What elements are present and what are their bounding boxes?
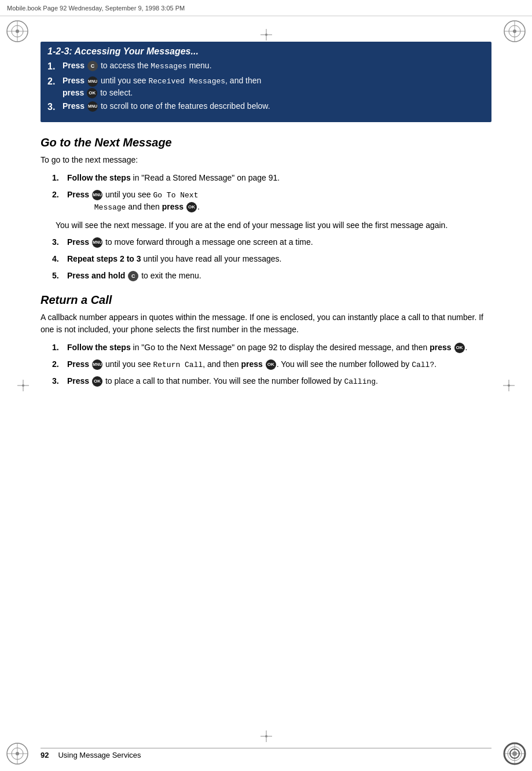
- s1-step-text-1: Follow the steps in "Read a Stored Messa…: [67, 172, 491, 184]
- crosshair-top: [261, 29, 272, 41]
- highlight-box-title: 1-2-3: Accessing Your Messages...: [47, 46, 485, 57]
- section2-step-2: 2. Press MNU until you see Return Call, …: [52, 358, 491, 371]
- header-bar: Mobile.book Page 92 Wednesday, September…: [0, 0, 532, 16]
- ok-btn-s2s3: OK: [92, 376, 102, 387]
- s1-s4-bold: Repeat steps 2 to 3: [67, 254, 141, 263]
- ok-btn-s2s2: OK: [266, 359, 276, 370]
- step2-press: Press: [63, 76, 87, 85]
- s2-step-text-3: Press OK to place a call to that number.…: [67, 375, 491, 388]
- section1-step-4: 4. Repeat steps 2 to 3 until you have re…: [52, 253, 491, 265]
- menu-btn-s1s3: MNU: [92, 237, 102, 248]
- ok-btn-s1s2: OK: [186, 202, 197, 212]
- s1-s5-bold: Press and hold: [67, 271, 127, 280]
- s1-step-text-2: Press MNU until you see Go To Next Messa…: [67, 189, 491, 214]
- s1-s2-press2: press: [162, 202, 186, 211]
- svg-point-24: [265, 34, 267, 36]
- crosshair-right: [503, 380, 515, 391]
- section1-steps-cont: 3. Press MNU to move forward through a m…: [52, 236, 491, 282]
- corner-decoration-br: [502, 741, 527, 766]
- s2-s1-rest: in "Go to the Next Message" on page 92 t…: [131, 343, 468, 352]
- step2-press2: press: [63, 88, 86, 97]
- s1-step-num-1: 1.: [52, 172, 63, 184]
- step3-rest: to scroll to one of the features describ…: [98, 101, 270, 111]
- menu-button-icon-3: MNU: [87, 101, 98, 112]
- svg-point-30: [508, 384, 510, 387]
- section1-intro: To go to the next message:: [41, 154, 491, 166]
- menu-button-icon-2: MNU: [87, 76, 98, 87]
- s2-step-num-3: 3.: [52, 375, 63, 388]
- section2-steps: 1. Follow the steps in "Go to the Next M…: [52, 342, 491, 388]
- c-button-icon-1: C: [87, 61, 98, 71]
- received-mono: Received Messages: [148, 77, 225, 86]
- messages-mono: Messages: [151, 62, 186, 71]
- s1-step-num-2: 2.: [52, 189, 63, 214]
- s1-step-text-4: Repeat steps 2 to 3 until you have read …: [67, 253, 491, 265]
- step-num-2: 2.: [47, 75, 58, 98]
- step-text-2: Press MNU until you see Received Message…: [63, 75, 485, 98]
- s1-s3-bold: Press: [67, 237, 91, 247]
- section1-step-5: 5. Press and hold C to exit the menu.: [52, 270, 491, 282]
- crosshair-left: [17, 380, 29, 391]
- section1-heading: Go to the Next Message: [41, 136, 491, 149]
- corner-decoration-tr: [502, 19, 527, 44]
- section1-step-1: 1. Follow the steps in "Read a Stored Me…: [52, 172, 491, 184]
- s1-step-num-3: 3.: [52, 236, 63, 248]
- corner-decoration-tl: [5, 19, 30, 44]
- s2-step-num-2: 2.: [52, 358, 63, 371]
- step-text-3: Press MNU to scroll to one of the featur…: [63, 101, 485, 113]
- c-btn-s1s5: C: [128, 271, 138, 281]
- section1-steps: 1. Follow the steps in "Read a Stored Me…: [52, 172, 491, 214]
- section1-step-2: 2. Press MNU until you see Go To Next Me…: [52, 189, 491, 214]
- call-q-mono: Call?: [412, 361, 434, 369]
- section2-heading: Return a Call: [41, 293, 491, 307]
- s1-step-text-5: Press and hold C to exit the menu.: [67, 270, 491, 282]
- s2-s2-bold: Press: [67, 359, 91, 369]
- section2-step-3: 3. Press OK to place a call to that numb…: [52, 375, 491, 388]
- highlight-step-3: 3. Press MNU to scroll to one of the fea…: [47, 101, 485, 113]
- section1-step-3: 3. Press MNU to move forward through a m…: [52, 236, 491, 248]
- s1-step-num-5: 5.: [52, 270, 63, 282]
- ok-btn-s2s1: OK: [454, 343, 465, 353]
- s1-s1-bold: Follow the steps: [67, 173, 131, 182]
- corner-decoration-bl: [5, 741, 30, 766]
- svg-point-27: [22, 384, 24, 387]
- main-content: 1-2-3: Accessing Your Messages... 1. Pre…: [41, 42, 491, 736]
- footer-text: Using Message Services: [58, 751, 141, 759]
- s2-s1-press: press: [430, 343, 453, 352]
- s1-s1-rest: in "Read a Stored Message" on page 91.: [131, 173, 280, 182]
- s2-s1-bold: Follow the steps: [67, 343, 131, 352]
- step-num-1: 1.: [47, 60, 58, 73]
- menu-btn-s1s2: MNU: [92, 190, 102, 200]
- s2-s3-bold: Press: [67, 376, 91, 386]
- s1-step-text-3: Press MNU to move forward through a mess…: [67, 236, 491, 248]
- s2-s3-rest: to place a call to that number. You will…: [103, 376, 378, 386]
- section2-step-1: 1. Follow the steps in "Go to the Next M…: [52, 342, 491, 354]
- s1-s3-rest: to move forward through a message one sc…: [103, 237, 313, 247]
- footer: 92 Using Message Services: [41, 748, 491, 759]
- s1-s2-bold: Press: [67, 190, 91, 199]
- highlight-box: 1-2-3: Accessing Your Messages... 1. Pre…: [41, 42, 491, 122]
- page-number: 92: [41, 751, 49, 759]
- step-num-3: 3.: [47, 101, 58, 113]
- s1-step-num-4: 4.: [52, 253, 63, 265]
- step1-press: Press: [63, 61, 87, 70]
- return-call-mono: Return Call: [153, 361, 203, 369]
- s2-step-text-2: Press MNU until you see Return Call, and…: [67, 358, 491, 371]
- section2-intro: A callback number appears in quotes with…: [41, 311, 491, 336]
- highlight-steps: 1. Press C to access the Messages menu. …: [47, 60, 485, 114]
- s2-s2-rest: until you see Return Call, and then pres…: [103, 359, 436, 369]
- s1-s4-rest: until you have read all your messages.: [141, 254, 282, 263]
- highlight-step-2: 2. Press MNU until you see Received Mess…: [47, 75, 485, 98]
- s2-step-num-1: 1.: [52, 342, 63, 354]
- header-text: Mobile.book Page 92 Wednesday, September…: [7, 5, 185, 12]
- step3-press: Press: [63, 101, 87, 111]
- step2-select: to select.: [98, 88, 133, 97]
- calling-mono: Calling: [344, 377, 376, 386]
- highlight-step-1: 1. Press C to access the Messages menu.: [47, 60, 485, 73]
- s1-s5-rest: to exit the menu.: [139, 271, 201, 280]
- menu-btn-s2s2: MNU: [92, 359, 102, 370]
- section1-extra-para: You will see the next message. If you ar…: [56, 219, 491, 232]
- s2-step-text-1: Follow the steps in "Go to the Next Mess…: [67, 342, 491, 354]
- step-text-1: Press C to access the Messages menu.: [63, 60, 485, 73]
- s2-s2-press2: press: [241, 359, 265, 369]
